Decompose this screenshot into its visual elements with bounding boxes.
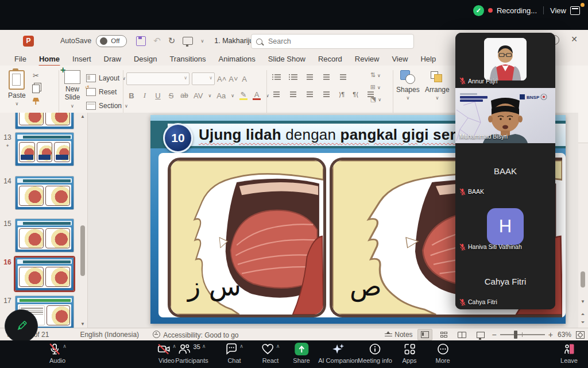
slide-sorter-button[interactable] bbox=[437, 329, 451, 340]
thumbnail-row[interactable]: 13✦ bbox=[0, 132, 87, 166]
language-status[interactable]: English (Indonesia) bbox=[73, 331, 146, 339]
view-button[interactable]: View bbox=[550, 6, 566, 15]
bullets-icon[interactable] bbox=[272, 74, 281, 80]
chat-chevron-icon[interactable]: ∧ bbox=[239, 343, 243, 349]
layout-button[interactable]: Layout∨ bbox=[86, 72, 128, 84]
shapes-button[interactable]: Shapes ∨ bbox=[396, 70, 420, 101]
highlight-color-button[interactable]: ✎ bbox=[239, 91, 247, 100]
bold-button[interactable]: B bbox=[127, 91, 136, 100]
thumbnail-row-partial[interactable] bbox=[0, 113, 87, 129]
thumbnail-row[interactable]: 15 bbox=[0, 218, 87, 252]
share-screen-button[interactable]: Share bbox=[293, 343, 310, 364]
audio-options-chevron-icon[interactable]: ∧ bbox=[63, 343, 67, 349]
tab-view[interactable]: View bbox=[385, 53, 414, 65]
slideshow-view-button[interactable] bbox=[474, 329, 488, 340]
participants-chevron-icon[interactable]: ∧ bbox=[202, 343, 206, 349]
scroll-up-icon[interactable]: ▲ bbox=[80, 114, 85, 119]
new-slide-button[interactable]: New Slide ∨ bbox=[61, 70, 84, 109]
zoom-percent[interactable]: 63% bbox=[558, 331, 571, 339]
tab-transitions[interactable]: Transitions bbox=[163, 53, 212, 65]
section-button[interactable]: Section∨ bbox=[86, 100, 128, 112]
tab-slideshow[interactable]: Slide Show bbox=[262, 53, 312, 65]
grow-font-button[interactable]: A˄ bbox=[217, 75, 226, 83]
chat-button[interactable]: ∧ Chat bbox=[225, 343, 243, 364]
slideshow-icon[interactable] bbox=[183, 37, 193, 45]
tab-review[interactable]: Review bbox=[349, 53, 386, 65]
scroll-down-icon[interactable]: ▼ bbox=[579, 299, 586, 304]
thumbnail-row[interactable]: 16 bbox=[0, 257, 87, 291]
font-size-select[interactable] bbox=[192, 72, 215, 85]
main-scrollbar[interactable]: ▼ ⏶ ⏷ bbox=[579, 114, 587, 328]
align-text-icon[interactable]: ⊞ ∨ bbox=[370, 83, 381, 91]
strikethrough-button[interactable]: ab bbox=[180, 91, 188, 99]
paste-button[interactable]: Paste ∨ bbox=[8, 70, 26, 106]
zoom-slider-track[interactable] bbox=[500, 334, 545, 335]
apps-button[interactable]: Apps bbox=[402, 343, 416, 364]
participant-tile-haniva[interactable]: H Haniva Siti Vathinah bbox=[455, 199, 555, 254]
participants-button[interactable]: 35 ∧ Participants bbox=[175, 343, 208, 364]
leave-button[interactable]: Leave bbox=[560, 343, 578, 364]
justify-icon[interactable] bbox=[322, 91, 331, 98]
thumbnail-row[interactable]: 14 bbox=[0, 176, 87, 210]
reading-view-button[interactable] bbox=[455, 329, 469, 340]
slide-thumbnail-13[interactable] bbox=[15, 132, 74, 166]
search-box[interactable] bbox=[251, 34, 414, 49]
zoom-slider-thumb[interactable] bbox=[514, 331, 517, 339]
smartart-convert-icon[interactable]: ⬔ ∨ bbox=[370, 95, 381, 103]
ltr-direction-icon[interactable]: ⟩¶ bbox=[339, 91, 345, 98]
rtl-direction-icon[interactable]: ¶⟨ bbox=[353, 91, 358, 98]
tab-home[interactable]: Home bbox=[33, 53, 66, 65]
tab-animations[interactable]: Animations bbox=[212, 53, 262, 65]
tab-help[interactable]: Help bbox=[414, 53, 442, 65]
align-left-icon[interactable] bbox=[272, 91, 281, 98]
meeting-participants-panel[interactable]: Annur Fajri bbox=[455, 33, 555, 309]
cut-icon[interactable]: ✂ bbox=[33, 71, 39, 80]
audio-button[interactable]: ∧ Audio bbox=[48, 343, 67, 364]
arrange-button[interactable]: Arrange ∨ bbox=[425, 70, 450, 101]
numbering-icon[interactable] bbox=[289, 74, 297, 80]
video-button[interactable]: ∧ Video bbox=[157, 343, 176, 364]
autosave-toggle[interactable]: Off bbox=[96, 35, 127, 47]
undo-icon[interactable]: ↶ bbox=[153, 36, 161, 46]
decrease-indent-icon[interactable] bbox=[305, 74, 314, 80]
react-chevron-icon[interactable]: ∧ bbox=[276, 343, 280, 349]
tab-insert[interactable]: Insert bbox=[66, 53, 98, 65]
participant-tile-muhammad-bisyri[interactable]: BNSP Muh bbox=[455, 88, 555, 143]
redo-icon[interactable]: ↻ bbox=[168, 36, 176, 46]
slide-thumbnail-16-selected[interactable] bbox=[15, 257, 74, 291]
copy-icon[interactable] bbox=[32, 85, 40, 93]
shadow-strike-button[interactable]: S bbox=[167, 91, 175, 100]
slide-thumbnail-12[interactable] bbox=[15, 113, 74, 129]
qat-customize-icon[interactable]: ∨ bbox=[200, 39, 204, 44]
scrollbar-thumb[interactable] bbox=[80, 225, 85, 276]
previous-slide-icon[interactable]: ⏶ bbox=[579, 312, 586, 317]
slide-thumbnail-15[interactable] bbox=[15, 218, 74, 252]
participant-tile-cahya-fitri[interactable]: Cahya Fitri Cahya Fitri bbox=[455, 254, 555, 309]
accessibility-status[interactable]: Accessibility: Good to go bbox=[146, 330, 245, 339]
next-slide-icon[interactable]: ⏷ bbox=[579, 320, 586, 325]
zoom-out-icon[interactable]: − bbox=[492, 330, 497, 339]
annotation-pencil-button[interactable] bbox=[5, 309, 38, 343]
save-icon[interactable] bbox=[136, 36, 146, 46]
text-direction-icon[interactable]: ⇅ ∨ bbox=[370, 71, 381, 79]
zoom-in-icon[interactable]: + bbox=[548, 330, 553, 339]
meeting-info-button[interactable]: Meeting info bbox=[358, 343, 392, 364]
scrollbar-thumb[interactable] bbox=[581, 271, 585, 288]
tab-design[interactable]: Design bbox=[127, 53, 163, 65]
increase-indent-icon[interactable] bbox=[322, 74, 331, 80]
shrink-font-button[interactable]: A˅ bbox=[229, 75, 238, 83]
more-button[interactable]: More bbox=[435, 343, 450, 364]
underline-button[interactable]: U bbox=[154, 91, 162, 100]
view-grid-icon[interactable] bbox=[570, 6, 580, 15]
character-spacing-button[interactable]: AV bbox=[194, 91, 203, 100]
participant-tile-annur-fajri[interactable]: Annur Fajri bbox=[455, 33, 555, 88]
align-center-icon[interactable] bbox=[289, 91, 297, 98]
participant-tile-baak[interactable]: BAAK BAAK bbox=[455, 143, 555, 198]
search-input[interactable] bbox=[267, 37, 396, 46]
font-color-button[interactable]: A bbox=[253, 91, 261, 100]
ai-companion-button[interactable]: AI Companion bbox=[318, 343, 358, 364]
normal-view-button[interactable] bbox=[417, 329, 432, 340]
react-button[interactable]: ∧ React bbox=[261, 343, 280, 364]
font-name-select[interactable] bbox=[126, 72, 189, 85]
close-icon[interactable]: ✕ bbox=[568, 34, 580, 44]
